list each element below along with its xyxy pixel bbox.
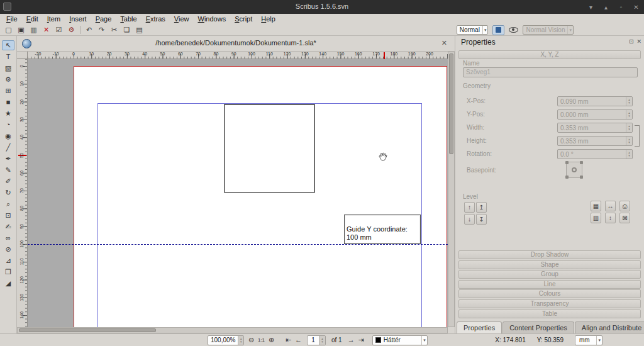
vertical-ruler[interactable]: 0102030405060708090100110120130140 [17, 59, 28, 327]
basepoint-top-right-dot[interactable] [580, 161, 583, 164]
menu-view[interactable]: View [170, 14, 194, 25]
cut-icon[interactable]: ✂ [109, 25, 119, 35]
tab-properties[interactable]: Properties [457, 321, 502, 333]
measurement-tool[interactable]: ⊿ [2, 255, 14, 265]
zoom-100-button[interactable]: 1:1 [257, 335, 266, 345]
insert-render-frame-tool[interactable]: ⚙ [2, 74, 14, 84]
height-input[interactable]: 0.353 mm▴▾ [557, 136, 633, 146]
next-page-button[interactable]: → [347, 335, 356, 345]
menu-item[interactable]: Item [43, 14, 65, 25]
section-xyz-header[interactable]: X, Y, Z [458, 50, 641, 59]
insert-freehand-line-tool[interactable]: ✎ [2, 165, 14, 175]
horizontal-scrollbar[interactable] [17, 327, 448, 333]
preview-settings-button[interactable] [492, 25, 504, 35]
insert-polygon-tool[interactable]: ★ [2, 108, 14, 118]
menu-windows[interactable]: Windows [194, 14, 231, 25]
spinner-arrows-icon[interactable]: ▴▾ [319, 336, 325, 345]
insert-text-frame-tool[interactable]: T [2, 52, 14, 62]
preview-mode-eye-icon[interactable] [509, 27, 518, 33]
flip-vertical-button[interactable]: ↕ [605, 213, 616, 223]
section-drop-shadow-header[interactable]: Drop Shadow [458, 250, 641, 259]
section-group-header[interactable]: Group [458, 270, 641, 279]
menu-table[interactable]: Table [116, 14, 141, 25]
insert-spiral-tool[interactable]: ◉ [2, 131, 14, 141]
lower-to-bottom-button[interactable]: ↧ [476, 214, 487, 225]
flip-horizontal-button[interactable]: ↔ [605, 201, 616, 211]
window-maximize-button[interactable]: ▫ [617, 4, 625, 11]
spinner-arrows-icon[interactable]: ▴▾ [626, 110, 632, 119]
link-text-frames-tool[interactable]: ∞ [2, 233, 14, 243]
close-panel-icon[interactable]: ✕ [636, 38, 641, 45]
link-width-height-icon[interactable] [635, 125, 640, 147]
insert-bezier-curve-tool[interactable]: ✒ [2, 153, 14, 164]
menu-file[interactable]: File [2, 14, 22, 25]
lock-object-button[interactable]: ⊠ [619, 213, 630, 223]
rotation-input[interactable]: 0.0 °▴▾ [557, 149, 633, 159]
undo-icon[interactable]: ↶ [84, 25, 94, 35]
layer-select[interactable]: Háttér ▾ [372, 335, 428, 345]
insert-calligraphic-line-tool[interactable]: ✐ [2, 176, 14, 186]
menu-page[interactable]: Page [91, 14, 116, 25]
preflight-verifier-icon[interactable]: ☑ [53, 25, 64, 35]
vertical-scrollbar-thumb[interactable] [449, 53, 453, 154]
insert-shape-tool[interactable]: ■ [2, 97, 14, 107]
section-colours-header[interactable]: Colours [458, 289, 641, 298]
redo-icon[interactable]: ↷ [96, 25, 107, 35]
float-panel-icon[interactable]: ⊡ [629, 38, 634, 45]
spinner-arrows-icon[interactable]: ▴▾ [626, 97, 632, 106]
spinner-arrows-icon[interactable]: ▴▾ [238, 336, 243, 345]
section-transparency-header[interactable]: Transparency [458, 299, 641, 308]
item-frame[interactable] [224, 104, 315, 193]
insert-line-tool[interactable]: ╱ [2, 142, 14, 152]
page-number-input[interactable]: 1 ▴▾ [307, 335, 326, 345]
first-page-button[interactable]: ⇤ [284, 335, 293, 345]
section-shape-header[interactable]: Shape [458, 260, 641, 269]
zoom-tool[interactable]: ⌕ [2, 199, 14, 209]
horizontal-ruler[interactable]: -20-100102030405060708090100110120130140… [28, 52, 448, 59]
close-document-tab-icon[interactable]: ✕ [441, 39, 447, 47]
zoom-level-input[interactable]: 100,00% ▴▾ [208, 335, 244, 345]
close-document-icon[interactable]: ✕ [41, 25, 52, 35]
insert-image-frame-tool[interactable]: ▧ [2, 63, 14, 73]
name-input[interactable]: Szöveg1 [463, 67, 638, 77]
menu-extras[interactable]: Extras [142, 14, 170, 25]
window-minimize-button[interactable]: ▴ [602, 4, 610, 11]
section-table-header[interactable]: Table [458, 310, 641, 318]
raise-to-top-button[interactable]: ↥ [476, 202, 487, 213]
insert-arc-tool[interactable]: ◔ [2, 120, 14, 130]
menu-script[interactable]: Script [230, 14, 257, 25]
open-document-icon[interactable]: ▣ [16, 25, 26, 35]
document-viewport[interactable]: Guide Y coordinate: 100 mm [28, 59, 448, 327]
basepoint-top-left-dot[interactable] [565, 161, 569, 164]
unlink-text-frames-tool[interactable]: ⊘ [2, 244, 14, 254]
story-editor-tool[interactable]: ✍ [2, 221, 14, 232]
objects-outline-icon[interactable]: ▥ [591, 213, 601, 223]
basepoint-bottom-left-dot[interactable] [565, 176, 569, 179]
tab-content-properties[interactable]: Content Properties [502, 321, 574, 333]
x-pos-input[interactable]: 0.090 mm▴▾ [557, 96, 633, 106]
ruler-origin-button[interactable] [17, 52, 28, 59]
display-mode-select[interactable]: Normal ▾ [457, 25, 489, 35]
unit-select[interactable]: mm ▾ [575, 335, 602, 345]
edit-contents-tool[interactable]: ⊡ [2, 210, 14, 220]
select-item-tool[interactable]: ↖ [2, 40, 14, 50]
titlebar[interactable]: Scribus 1.5.6.svn ▾▴▫✕ [0, 0, 644, 14]
rotate-item-tool[interactable]: ↻ [2, 187, 14, 198]
page[interactable] [74, 66, 447, 327]
spinner-arrows-icon[interactable]: ▴▾ [626, 123, 632, 132]
basepoint-bottom-right-dot[interactable] [580, 176, 583, 179]
zoom-out-button[interactable]: ⊖ [247, 335, 256, 345]
enable-printing-button[interactable]: ⎙ [619, 201, 630, 211]
window-shade-button[interactable]: ▾ [587, 4, 595, 11]
spinner-arrows-icon[interactable]: ▴▾ [626, 137, 632, 145]
basepoint-center-dot[interactable] [572, 167, 577, 172]
new-document-icon[interactable]: ▢ [3, 25, 14, 35]
tab-align-and-distribute[interactable]: Align and Distribute [575, 321, 644, 333]
stack-of-objects-icon[interactable]: ▦ [591, 201, 601, 211]
last-page-button[interactable]: ⇥ [357, 335, 366, 345]
menu-help[interactable]: Help [257, 14, 280, 25]
insert-table-tool[interactable]: ⊞ [2, 86, 14, 96]
copy-item-properties-tool[interactable]: ❐ [2, 267, 14, 277]
copy-icon[interactable]: ❏ [121, 25, 132, 35]
horizontal-scrollbar-thumb[interactable] [19, 328, 156, 332]
